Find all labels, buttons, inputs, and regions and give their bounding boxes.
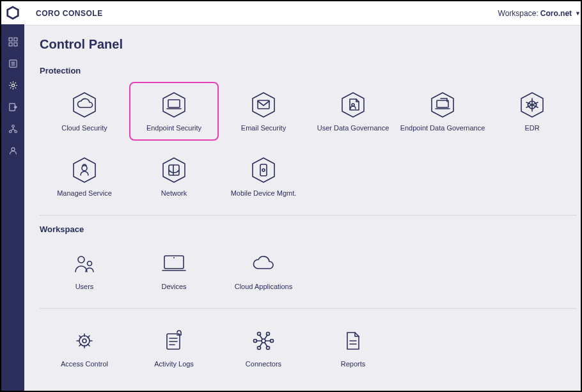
card-label: EDR <box>524 124 539 132</box>
svg-point-32 <box>12 147 15 150</box>
logo[interactable] <box>1 1 24 24</box>
card-label: Access Control <box>61 360 108 368</box>
sidebar <box>1 1 24 391</box>
svg-point-27 <box>12 84 14 86</box>
card-label: Cloud Applications <box>235 283 293 290</box>
card-label: Devices <box>161 283 186 290</box>
edr-icon <box>517 91 547 119</box>
section-title-workspace: Workspace <box>40 224 577 234</box>
card-label: Cloud Security <box>61 124 107 132</box>
card-label: Network <box>161 189 187 197</box>
card-edr[interactable]: EDR <box>487 82 577 141</box>
card-label: Reports <box>341 360 366 368</box>
cloud-applications-icon <box>249 249 278 278</box>
devices-icon <box>159 249 189 278</box>
reports-icon <box>338 327 368 355</box>
managed-service-icon <box>70 156 99 184</box>
nav-control-panel[interactable] <box>1 74 24 96</box>
user-data-governance-icon <box>338 91 368 119</box>
nav-dashboard[interactable] <box>1 31 24 52</box>
card-email-security[interactable]: Email Security <box>219 82 308 141</box>
list-icon <box>8 58 19 69</box>
divider <box>40 308 577 309</box>
cloud-security-icon <box>70 91 99 119</box>
mobile-device-mgmt-icon <box>249 156 278 184</box>
endpoint-security-icon <box>159 91 189 119</box>
card-endpoint-security[interactable]: Endpoint Security <box>129 82 219 141</box>
connectors-icon <box>249 327 278 355</box>
topbar: CORO CONSOLE Workspace: Coro.net ▼ <box>24 1 582 26</box>
svg-rect-25 <box>13 42 17 45</box>
workspace-name: Coro.net <box>540 9 572 18</box>
card-network[interactable]: Network <box>129 147 219 206</box>
card-label: Endpoint Data Governance <box>400 124 485 132</box>
card-cloud-applications[interactable]: Cloud Applications <box>219 240 308 299</box>
workspace-label: Workspace: <box>498 9 539 18</box>
endpoint-data-governance-icon <box>428 91 457 119</box>
export-icon <box>8 102 19 113</box>
network-icon <box>159 156 189 184</box>
nav-orgs[interactable] <box>1 118 24 139</box>
card-access-control[interactable]: Access Control <box>40 318 129 377</box>
card-users[interactable]: Users <box>40 240 129 299</box>
page-title: Control Panel <box>40 37 577 52</box>
card-reports[interactable]: Reports <box>308 318 398 377</box>
email-security-icon <box>249 91 278 119</box>
chevron-down-icon: ▼ <box>575 10 581 17</box>
users-icon <box>70 249 99 278</box>
user-icon <box>8 145 19 156</box>
nav-export[interactable] <box>1 96 24 118</box>
card-label: User Data Governance <box>317 124 389 132</box>
card-user-data-governance[interactable]: User Data Governance <box>308 82 398 141</box>
card-label: Activity Logs <box>154 360 194 368</box>
svg-point-29 <box>12 125 14 127</box>
card-devices[interactable]: Devices <box>129 240 219 299</box>
card-label: Email Security <box>241 124 286 132</box>
card-label: Users <box>75 283 94 290</box>
protection-grid: Cloud Security Endpoint Security Email S… <box>40 82 577 206</box>
card-activity-logs[interactable]: Activity Logs <box>129 318 219 377</box>
access-control-icon <box>70 327 99 355</box>
nav-account[interactable] <box>1 139 24 161</box>
section-title-protection: Protection <box>40 66 577 75</box>
card-cloud-security[interactable]: Cloud Security <box>40 82 129 141</box>
workspace-selector[interactable]: Workspace: Coro.net ▼ <box>498 9 581 18</box>
card-connectors[interactable]: Connectors <box>219 318 308 377</box>
nav-logs[interactable] <box>1 52 24 74</box>
card-label: Endpoint Security <box>146 124 201 132</box>
card-endpoint-data-governance[interactable]: Endpoint Data Governance <box>398 82 487 141</box>
card-label: Managed Service <box>57 189 112 197</box>
svg-rect-22 <box>9 38 12 41</box>
logo-icon <box>6 6 20 20</box>
brand-title: CORO CONSOLE <box>36 9 103 18</box>
org-icon <box>8 123 19 134</box>
grid-icon <box>8 36 19 47</box>
card-label: Mobile Device Mgmt. <box>231 189 297 197</box>
card-label: Connectors <box>246 360 281 368</box>
admin-grid: Access Control Activity Logs Connectors … <box>40 318 577 377</box>
gear-icon <box>8 80 19 91</box>
activity-logs-icon <box>159 327 189 355</box>
svg-rect-24 <box>9 42 12 45</box>
card-mobile-device-mgmt[interactable]: Mobile Device Mgmt. <box>219 147 308 206</box>
card-managed-service[interactable]: Managed Service <box>40 147 129 206</box>
workspace-grid: Users Devices Cloud Applications <box>40 240 577 299</box>
divider <box>40 215 577 216</box>
svg-rect-23 <box>13 38 17 41</box>
